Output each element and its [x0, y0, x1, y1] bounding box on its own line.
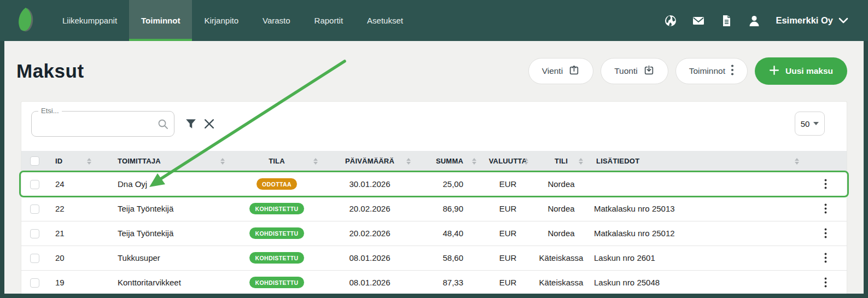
nav-item-raportit[interactable]: Raportit [302, 0, 356, 41]
chevron-down-icon [838, 16, 848, 26]
column-header-valuutta[interactable]: VALUUTTA [482, 151, 534, 172]
sort-icon[interactable] [313, 158, 318, 165]
nav-item-asetukset[interactable]: Asetukset [355, 0, 415, 41]
toiminnot-actions-button[interactable]: Toiminnot [675, 58, 748, 84]
sort-icon[interactable] [406, 158, 411, 165]
cell-toimittaja: Teija Työntekijä [97, 221, 230, 246]
cell-tili: Nordea [534, 221, 589, 246]
navbar-right: Esimerkki Oy [664, 0, 868, 41]
uusi-maksu-button[interactable]: Uusi maksu [755, 57, 847, 85]
upload-icon [568, 65, 580, 78]
cell-summa: 25,00 [416, 172, 482, 196]
row-kebab-icon[interactable] [822, 226, 829, 241]
table-body: 24 Dna Oyj ODOTTAA 30.01.2026 25,00 EUR … [21, 172, 847, 294]
status-badge: KOHDISTETTU [249, 203, 304, 214]
status-badge: KOHDISTETTU [249, 252, 304, 264]
sort-icon[interactable] [472, 158, 476, 165]
cell-tili: Käteiskassa [534, 246, 589, 270]
cell-tili: Nordea [534, 196, 589, 221]
column-header-tili[interactable]: TILI [534, 151, 589, 172]
company-name: Esimerkki Oy [776, 15, 833, 26]
cell-lisatiedot: Matkalasku nro 25013 [589, 196, 805, 221]
cell-lisatiedot: Matkalasku nro 25012 [589, 221, 805, 246]
cell-valuutta: EUR [482, 196, 534, 221]
search-input[interactable] [32, 112, 150, 136]
cell-toimittaja: Dna Oyj [97, 172, 230, 196]
cell-summa: 86,90 [416, 196, 482, 221]
column-header-summa[interactable]: SUMMA [416, 151, 482, 172]
payments-table: ID TOIMITTAJA TILA PÄIVÄMÄÄRÄ SUMMA VALU… [21, 151, 847, 294]
column-header-paivamaara[interactable]: PÄIVÄMÄÄRÄ [323, 151, 416, 172]
user-icon[interactable] [748, 14, 761, 27]
cell-id: 21 [48, 221, 97, 246]
sort-icon[interactable] [220, 158, 225, 165]
table-row[interactable]: 24 Dna Oyj ODOTTAA 30.01.2026 25,00 EUR … [21, 172, 847, 196]
status-badge: KOHDISTETTU [249, 227, 304, 239]
cell-valuutta: EUR [482, 172, 534, 196]
search-field-label: Etsi... [38, 107, 62, 115]
search-field[interactable]: Etsi... [31, 111, 174, 137]
cell-id: 24 [48, 172, 97, 196]
row-kebab-icon[interactable] [822, 275, 829, 290]
column-header-id[interactable]: ID [48, 151, 97, 172]
sort-icon[interactable] [87, 158, 91, 165]
column-header-toimittaja[interactable]: TOIMITTAJA [97, 151, 230, 172]
cell-tili: Käteiskassa [534, 270, 589, 294]
row-checkbox[interactable] [30, 204, 39, 214]
table-row[interactable]: 19 Konttoritarvikkeet KOHDISTETTU 08.01.… [21, 270, 847, 294]
app-window: Liikekumppanit Toiminnot Kirjanpito Vara… [4, 0, 864, 294]
tuonti-button[interactable]: Tuonti [601, 58, 668, 84]
row-checkbox[interactable] [30, 254, 39, 263]
row-kebab-icon[interactable] [822, 201, 829, 216]
cell-valuutta: EUR [482, 246, 534, 270]
column-header-tila[interactable]: TILA [230, 151, 323, 172]
sort-icon[interactable] [579, 158, 583, 165]
tuonti-label: Tuonti [614, 66, 638, 76]
cell-paivamaara: 08.01.2026 [323, 270, 416, 294]
vienti-button[interactable]: Vienti [528, 58, 594, 84]
clear-icon[interactable] [204, 119, 215, 130]
main-menu: Liikekumppanit Toiminnot Kirjanpito Vara… [50, 0, 415, 41]
table-row[interactable]: 21 Teija Työntekijä KOHDISTETTU 20.02.20… [21, 221, 847, 246]
nav-item-kirjanpito[interactable]: Kirjanpito [192, 0, 251, 41]
globe-icon[interactable] [664, 14, 677, 27]
row-kebab-icon[interactable] [822, 250, 829, 265]
status-badge: ODOTTAA [257, 178, 297, 190]
document-icon[interactable] [720, 14, 733, 27]
cell-paivamaara: 30.01.2026 [323, 172, 416, 196]
page-size-select[interactable]: 50 [795, 112, 825, 136]
kebab-icon [731, 64, 734, 78]
page-title: Maksut [16, 60, 84, 82]
row-checkbox[interactable] [30, 278, 39, 288]
row-kebab-icon[interactable] [822, 177, 829, 191]
nav-item-varasto[interactable]: Varasto [251, 0, 302, 41]
row-checkbox[interactable] [30, 229, 39, 238]
nav-item-liikekumppanit[interactable]: Liikekumppanit [50, 0, 129, 41]
app-logo[interactable] [0, 0, 50, 41]
cell-toimittaja: Konttoritarvikkeet [97, 270, 230, 294]
cell-id: 19 [48, 270, 97, 294]
search-icon [158, 119, 168, 130]
company-menu[interactable]: Esimerkki Oy [776, 15, 848, 26]
sort-icon[interactable] [795, 158, 799, 165]
sort-icon[interactable] [524, 158, 528, 165]
table-row[interactable]: 20 Tukkusuper KOHDISTETTU 08.01.2026 58,… [21, 246, 847, 270]
search-toolbar: Etsi... 50 [21, 102, 847, 151]
nav-item-toiminnot[interactable]: Toiminnot [129, 0, 192, 41]
cell-summa: 48,40 [416, 221, 482, 246]
cell-lisatiedot: Laskun nro 2601 [589, 246, 805, 270]
cell-lisatiedot: Laskun nro 25048 [589, 270, 805, 294]
select-all-checkbox[interactable] [30, 156, 39, 166]
mail-icon[interactable] [692, 14, 705, 27]
cell-summa: 87,33 [416, 270, 482, 294]
payments-panel: Etsi... 50 [21, 101, 847, 294]
cell-valuutta: EUR [482, 270, 534, 294]
filter-icon[interactable] [185, 119, 196, 130]
toiminnot-label: Toiminnot [689, 66, 725, 76]
row-checkbox[interactable] [30, 180, 39, 189]
top-navbar: Liikekumppanit Toiminnot Kirjanpito Vara… [0, 0, 868, 41]
column-header-lisatiedot[interactable]: LISÄTIEDOT [589, 151, 805, 172]
plus-icon [769, 65, 779, 78]
cell-toimittaja: Teija Työntekijä [97, 196, 230, 221]
table-row[interactable]: 22 Teija Työntekijä KOHDISTETTU 20.02.20… [21, 196, 847, 221]
